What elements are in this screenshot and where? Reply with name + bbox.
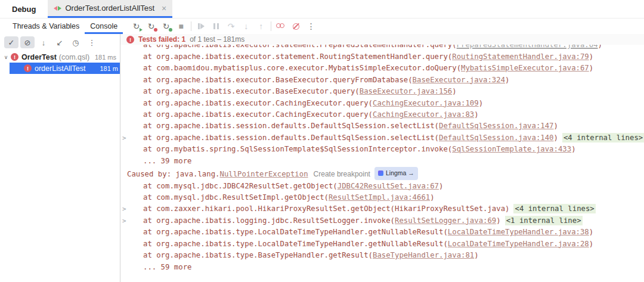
stack-frame-text: at org.apache.ibatis.executor.statement.… xyxy=(143,45,457,49)
stack-frame-link[interactable]: CachingExecutor.java:109 xyxy=(373,99,479,107)
folded-lines-badge[interactable]: <1 internal line> xyxy=(505,216,583,225)
more-options-icon[interactable]: ⋮ xyxy=(304,20,318,33)
console-line: at org.apache.ibatis.executor.CachingExe… xyxy=(120,98,644,109)
close-icon[interactable]: × xyxy=(162,4,166,13)
toolbar-separator xyxy=(191,21,191,31)
console-line: >at org.apache.ibatis.session.defaults.D… xyxy=(120,132,644,144)
stack-frame-link[interactable]: BaseExecutor.java:324 xyxy=(413,76,505,84)
console-line: at org.apache.ibatis.executor.CachingExe… xyxy=(120,109,644,120)
stack-frame-text: at org.apache.ibatis.session.defaults.De… xyxy=(143,134,439,142)
tree-more-icon[interactable]: ⋮ xyxy=(85,36,99,48)
console-line: at com.mysql.jdbc.JDBC42ResultSet.getObj… xyxy=(120,181,644,192)
tab-console[interactable]: Console xyxy=(85,18,123,34)
console-line: at org.mybatis.spring.SqlSessionTemplate… xyxy=(120,144,644,155)
stack-frame-link[interactable]: MybatisSimpleExecutor.java:67 xyxy=(461,64,589,72)
suite-name: OrderTest xyxy=(21,53,57,61)
stack-frame-text: at com.mysql.jdbc.JDBC42ResultSet.getObj… xyxy=(143,182,338,190)
console-line: at org.apache.ibatis.executor.BaseExecut… xyxy=(120,86,644,97)
test-case-row-selected[interactable]: ! orderListAllTest 181 m xyxy=(10,63,120,74)
debugger-toolbar: Threads & Variables Console ↻ ↻ ↻ ■ ↷ ↓ … xyxy=(0,18,644,34)
step-into-icon[interactable]: ↓ xyxy=(239,20,253,33)
console-panel: ! Tests failed: 1 of 1 test – 181ms at o… xyxy=(120,34,644,282)
stack-frame-link[interactable]: PreparedStatementHandler.java:64 xyxy=(457,45,598,49)
stack-frame-text: ) xyxy=(571,145,575,153)
rerun-icon[interactable]: ↻ xyxy=(129,20,144,33)
rerun-debug-badge xyxy=(169,28,172,32)
stop-icon[interactable]: ■ xyxy=(174,20,188,33)
tab-threads-variables[interactable]: Threads & Variables xyxy=(7,18,85,34)
stack-frame-link[interactable]: DefaultSqlSession.java:140 xyxy=(439,134,554,142)
stack-frame-link[interactable]: BaseExecutor.java:156 xyxy=(360,87,452,95)
toolbar-separator xyxy=(271,21,271,31)
view-breakpoints-icon[interactable] xyxy=(274,20,289,33)
stack-frame-link[interactable]: JDBC42ResultSet.java:67 xyxy=(338,182,439,190)
show-passed-icon[interactable]: ✓ xyxy=(4,36,18,48)
stack-frame-link[interactable]: CachingExecutor.java:83 xyxy=(373,110,474,119)
rerun-failed-tests-icon[interactable]: ↻ xyxy=(144,20,159,33)
step-over-icon[interactable]: ↷ xyxy=(224,20,239,33)
stack-frame-text: at org.apache.ibatis.executor.CachingExe… xyxy=(143,110,373,119)
test-suite-row[interactable]: ∨ ! OrderTest (com.qsl) 181 ms xyxy=(0,51,120,63)
stack-frame-link[interactable]: ResultSetImpl.java:4661 xyxy=(329,193,430,202)
status-error-icon: ! xyxy=(126,36,134,44)
navigate-with-selection-icon[interactable]: ↙ xyxy=(52,36,67,48)
stack-frame-text: at org.apache.ibatis.session.defaults.De… xyxy=(143,122,439,130)
suite-package: (com.qsl) xyxy=(59,53,89,61)
folded-lines-badge[interactable]: <4 internal lines> xyxy=(562,133,644,142)
stack-frame-text: at org.apache.ibatis.executor.BaseExecut… xyxy=(143,76,413,84)
stack-frame-link[interactable]: LocalDateTimeTypeHandler.java:38 xyxy=(448,228,589,236)
rerun-debug-icon[interactable]: ↻ xyxy=(159,20,174,33)
stack-frame-text: ) xyxy=(589,240,593,248)
console-line: at org.apache.ibatis.executor.BaseExecut… xyxy=(120,75,644,86)
folded-lines-badge[interactable]: <4 internal lines> xyxy=(513,204,595,213)
tests-failed-label: Tests failed: 1 xyxy=(138,35,185,44)
stack-frame-text: ) xyxy=(439,182,443,190)
stack-frame-link[interactable]: SqlSessionTemplate.java:433 xyxy=(452,145,571,153)
rerun-play-badge xyxy=(140,28,143,32)
console-line: at org.apache.ibatis.type.BaseTypeHandle… xyxy=(120,250,644,261)
step-out-icon[interactable]: ↑ xyxy=(253,20,268,33)
stack-frame-text: ) xyxy=(505,76,509,84)
lingma-badge[interactable]: Lingma → xyxy=(374,167,418,180)
console-line: Caused by: java.lang.NullPointerExceptio… xyxy=(120,167,644,181)
stack-frame-text: ) xyxy=(589,64,593,72)
stack-frame-link[interactable]: ResultSetLogger.java:69 xyxy=(395,216,496,225)
stack-frame-text: at org.apache.ibatis.type.LocalDateTimeT… xyxy=(143,240,448,248)
rerun-failed-badge xyxy=(154,28,157,32)
stack-frame-text: ) xyxy=(474,251,478,259)
stack-frame-link[interactable]: RoutingStatementHandler.java:79 xyxy=(452,52,589,61)
stack-frame-link[interactable]: DefaultSqlSession.java:147 xyxy=(439,122,554,130)
expand-fold-arrow-icon[interactable]: > xyxy=(122,203,126,215)
stack-frame-link[interactable]: LocalDateTimeTypeHandler.java:28 xyxy=(448,240,589,248)
debug-tool-window: Debug OrderTest.orderListAllTest × Threa… xyxy=(0,0,644,282)
tests-failed-detail: of 1 test – 181ms xyxy=(190,35,244,44)
expand-fold-arrow-icon[interactable]: > xyxy=(122,132,126,144)
test-results-tree: ∨ ! OrderTest (com.qsl) 181 ms ! orderLi… xyxy=(0,51,120,74)
expand-fold-arrow-icon[interactable]: > xyxy=(122,215,126,227)
sort-tests-icon[interactable]: ↓ xyxy=(36,36,51,48)
show-ignored-icon[interactable]: ⊘ xyxy=(20,36,35,48)
create-breakpoint-hint[interactable]: Create breakpoint xyxy=(314,170,370,178)
stack-frame-link[interactable]: BaseTypeHandler.java:81 xyxy=(373,251,474,259)
test-history-icon[interactable]: ◷ xyxy=(69,36,83,48)
console-output[interactable]: at org.apache.ibatis.executor.statement.… xyxy=(120,45,644,282)
stack-frame-text: at org.apache.ibatis.type.LocalDateTimeT… xyxy=(143,228,448,236)
stack-frame-text: Caused by: java.lang. xyxy=(127,170,219,178)
stack-frame-text: ) xyxy=(474,110,478,119)
chevron-down-icon[interactable]: ∨ xyxy=(1,54,11,60)
stack-frame-text: ) xyxy=(589,228,593,236)
pause-icon[interactable] xyxy=(209,20,224,33)
stack-frame-link[interactable]: NullPointerException xyxy=(219,170,308,178)
resume-icon[interactable] xyxy=(194,20,209,33)
mute-breakpoints-icon[interactable] xyxy=(289,20,304,33)
test-tree-toolbar: ✓ ⊘ ↓ ↙ ◷ ⋮ xyxy=(0,34,120,51)
stack-frame-text: at org.apache.ibatis.executor.CachingExe… xyxy=(143,99,373,107)
stack-frame-text: ) xyxy=(554,134,558,142)
console-line: at org.apache.ibatis.executor.statement.… xyxy=(120,45,644,51)
stack-frame-text: at org.apache.ibatis.logging.jdbc.Result… xyxy=(143,216,395,225)
test-error-icon: ! xyxy=(11,53,18,61)
console-line: at org.apache.ibatis.session.defaults.De… xyxy=(120,120,644,132)
tool-window-title[interactable]: Debug xyxy=(0,0,48,18)
stack-frame-text: at com.baomidou.mybatisplus.core.executo… xyxy=(143,64,461,72)
run-config-tab[interactable]: OrderTest.orderListAllTest × xyxy=(48,0,172,18)
